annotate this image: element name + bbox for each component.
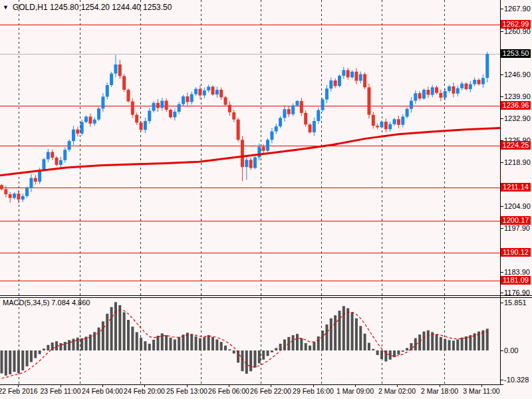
macd-bar <box>317 336 320 350</box>
candle-down <box>249 160 253 168</box>
price-tick-label: 1246.90 <box>504 70 531 78</box>
candle-down <box>198 89 201 96</box>
macd-bar <box>102 321 104 350</box>
macd-bar <box>364 334 366 350</box>
candle-up <box>296 101 299 106</box>
macd-bar <box>300 338 303 350</box>
macd-bar <box>406 348 408 350</box>
candle-up <box>84 116 88 122</box>
macd-bar <box>123 313 126 351</box>
candle-up <box>190 94 194 102</box>
candle-down <box>4 190 7 195</box>
macd-bar <box>118 305 121 350</box>
candle-down <box>55 158 59 165</box>
candle-down <box>17 194 20 200</box>
macd-bar <box>283 339 286 350</box>
candle-up <box>253 158 257 168</box>
macd-bar <box>47 345 49 350</box>
candle-down <box>219 90 223 97</box>
date-label: 26 Feb 06:00 <box>208 387 249 395</box>
candle-up <box>359 74 362 81</box>
macd-bar <box>195 336 198 350</box>
candle-down <box>88 116 92 123</box>
macd-bar <box>275 348 277 350</box>
macd-bar <box>170 338 172 350</box>
macd-bar <box>5 350 7 376</box>
candle-up <box>448 86 451 91</box>
candle-up <box>63 150 66 160</box>
symbol-title-text: GOLD,H1 1245.80 1254.20 1244.40 1253.50 <box>13 3 172 12</box>
candle-down <box>363 74 366 88</box>
macd-bar <box>144 341 146 350</box>
macd-bar <box>444 339 446 350</box>
macd-bar <box>249 350 252 371</box>
candle-down <box>262 147 265 151</box>
macd-bar <box>152 340 155 350</box>
date-label: 2 Mar 02:00 <box>378 387 416 395</box>
candle-up <box>422 90 426 98</box>
macd-bar <box>220 342 223 350</box>
macd-bar <box>98 328 100 351</box>
macd-bar <box>80 338 83 350</box>
candle-down <box>0 185 3 189</box>
macd-bar <box>21 350 24 370</box>
level-price-badge: 1262.99 <box>501 20 531 29</box>
macd-bar <box>233 350 235 354</box>
macd-bar <box>59 343 62 350</box>
macd-bar <box>211 337 214 350</box>
candle-down <box>165 101 168 110</box>
macd-bar <box>271 350 273 352</box>
date-label: 25 Feb 13:00 <box>166 387 207 395</box>
date-label: 24 Feb 20:00 <box>124 387 165 395</box>
candle-up <box>25 188 29 196</box>
macd-bar <box>452 340 455 350</box>
macd-bar <box>199 338 201 350</box>
macd-bar <box>148 344 151 350</box>
price-tick-label: 1183.90 <box>504 268 530 276</box>
chart-canvas[interactable] <box>0 0 532 399</box>
candle-up <box>215 90 219 94</box>
candle-up <box>275 126 278 132</box>
candle-up <box>257 147 261 158</box>
macd-bar <box>313 342 315 350</box>
candle-up <box>388 124 392 130</box>
macd-bar <box>241 350 243 371</box>
candle-down <box>426 90 430 95</box>
macd-bar <box>39 350 41 354</box>
macd-bar <box>106 314 108 350</box>
candle-up <box>414 93 417 100</box>
date-label: 22 Feb 2016 <box>0 387 37 395</box>
date-label: 29 Feb 16:00 <box>293 387 334 395</box>
candle-up <box>291 106 295 114</box>
candle-up <box>47 152 50 160</box>
macd-bar <box>440 337 442 350</box>
macd-bar <box>372 349 374 350</box>
macd-bar <box>380 350 383 359</box>
candle-down <box>156 103 160 108</box>
macd-bar <box>207 335 210 350</box>
macd-bar <box>346 309 349 350</box>
macd-bar <box>330 319 332 350</box>
macd-bar <box>402 350 404 352</box>
macd-bar <box>245 350 248 374</box>
macd-bar <box>72 339 74 350</box>
macd-bar <box>140 338 142 350</box>
candle-down <box>140 122 143 130</box>
trading-chart-window: ▼GOLD,H1 1245.80 1254.20 1244.40 1253.50… <box>0 0 532 399</box>
macd-bar <box>368 343 370 351</box>
candle-up <box>101 96 104 108</box>
macd-bar <box>292 335 295 350</box>
dropdown-triangle-icon[interactable]: ▼ <box>3 4 9 11</box>
macd-bar <box>190 334 193 350</box>
macd-bar <box>156 336 159 350</box>
candle-up <box>21 196 25 200</box>
candle-up <box>393 119 396 124</box>
candle-up <box>342 70 345 75</box>
macd-bar <box>1 350 3 374</box>
candle-down <box>465 84 468 89</box>
date-label: 24 Feb 04:00 <box>82 387 123 395</box>
macd-bar <box>338 311 341 350</box>
candle-down <box>118 65 122 76</box>
date-label: 2 Mar 18:00 <box>421 387 458 395</box>
candle-up <box>325 88 329 99</box>
